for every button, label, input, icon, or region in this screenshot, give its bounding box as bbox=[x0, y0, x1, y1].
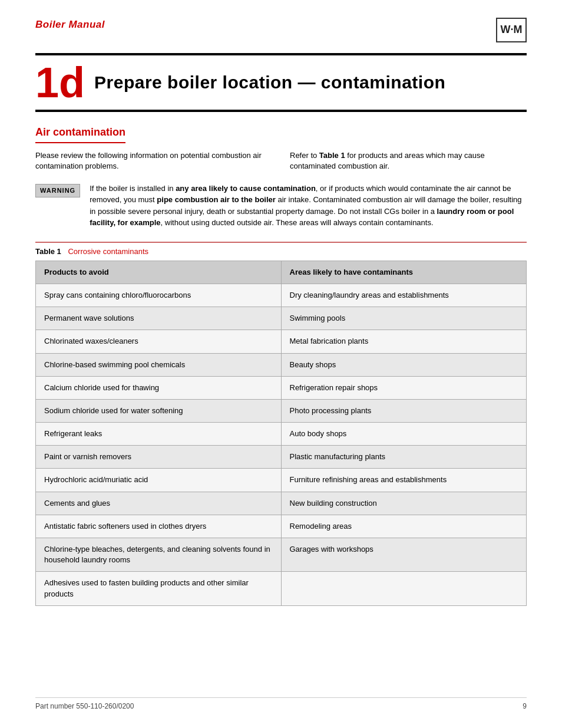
table-label: Table 1 Corrosive contaminants bbox=[35, 242, 527, 257]
table-row: Hydrochloric acid/muriatic acidFurniture… bbox=[36, 469, 527, 492]
areas-cell bbox=[281, 572, 527, 605]
section-title: Prepare boiler location — contamination bbox=[94, 70, 445, 95]
areas-cell: Photo processing plants bbox=[281, 399, 527, 422]
table-title: Corrosive contaminants bbox=[68, 247, 148, 256]
table-row: Chlorine-based swimming pool chemicalsBe… bbox=[36, 353, 527, 376]
table-row: Refrigerant leaksAuto body shops bbox=[36, 423, 527, 446]
intro-right: Refer to Table 1 for products and areas … bbox=[290, 150, 527, 172]
products-cell: Hydrochloric acid/muriatic acid bbox=[36, 469, 282, 492]
section-number: 1d bbox=[35, 61, 85, 104]
subsection-air-contamination: Air contamination Please review the foll… bbox=[35, 125, 527, 606]
products-cell: Chlorinated waxes/cleaners bbox=[36, 330, 282, 353]
products-cell: Chlorine-type bleaches, detergents, and … bbox=[36, 538, 282, 572]
table-row: Antistatic fabric softeners used in clot… bbox=[36, 515, 527, 538]
table-row: Adhesives used to fasten building produc… bbox=[36, 572, 527, 605]
table-row: Spray cans containing chloro/fluorocarbo… bbox=[36, 284, 527, 307]
products-cell: Adhesives used to fasten building produc… bbox=[36, 572, 282, 605]
page: Boiler Manual W·M 1d Prepare boiler loca… bbox=[0, 0, 562, 728]
table-row: Sodium chloride used for water softening… bbox=[36, 399, 527, 422]
table-row: Chlorine-type bleaches, detergents, and … bbox=[36, 538, 527, 572]
areas-cell: Furniture refinishing areas and establis… bbox=[281, 469, 527, 492]
logo-text: W·M bbox=[501, 22, 523, 37]
products-cell: Permanent wave solutions bbox=[36, 307, 282, 330]
table-row: Chlorinated waxes/cleanersMetal fabricat… bbox=[36, 330, 527, 353]
areas-cell: Auto body shops bbox=[281, 423, 527, 446]
intro-left: Please review the following information … bbox=[35, 150, 272, 172]
areas-cell: Dry cleaning/laundry areas and establish… bbox=[281, 284, 527, 307]
table-row: Calcium chloride used for thawingRefrige… bbox=[36, 376, 527, 399]
warning-block: WARNING If the boiler is installed in an… bbox=[35, 183, 527, 229]
contaminants-table: Products to avoid Areas likely to have c… bbox=[35, 261, 527, 606]
warning-badge: WARNING bbox=[35, 184, 80, 197]
areas-cell: Beauty shops bbox=[281, 353, 527, 376]
footer: Part number 550-110-260/0200 9 bbox=[35, 697, 527, 711]
products-cell: Refrigerant leaks bbox=[36, 423, 282, 446]
warning-text: If the boiler is installed in any area l… bbox=[90, 183, 527, 229]
products-cell: Chlorine-based swimming pool chemicals bbox=[36, 353, 282, 376]
logo-box: W·M bbox=[496, 18, 527, 42]
header: Boiler Manual W·M bbox=[35, 18, 527, 42]
areas-cell: Garages with workshops bbox=[281, 538, 527, 572]
products-cell: Calcium chloride used for thawing bbox=[36, 376, 282, 399]
areas-cell: New building construction bbox=[281, 492, 527, 515]
products-cell: Antistatic fabric softeners used in clot… bbox=[36, 515, 282, 538]
intro-text: Please review the following information … bbox=[35, 150, 527, 172]
table-row: Permanent wave solutionsSwimming pools bbox=[36, 307, 527, 330]
areas-cell: Swimming pools bbox=[281, 307, 527, 330]
table-row: Cements and gluesNew building constructi… bbox=[36, 492, 527, 515]
subsection-title: Air contamination bbox=[35, 125, 125, 143]
areas-cell: Metal fabrication plants bbox=[281, 330, 527, 353]
header-title: Boiler Manual bbox=[35, 18, 105, 32]
section-header: 1d Prepare boiler location — contaminati… bbox=[35, 53, 527, 112]
areas-cell: Remodeling areas bbox=[281, 515, 527, 538]
products-cell: Spray cans containing chloro/fluorocarbo… bbox=[36, 284, 282, 307]
areas-cell: Refrigeration repair shops bbox=[281, 376, 527, 399]
col-header-products: Products to avoid bbox=[36, 261, 282, 284]
products-cell: Cements and glues bbox=[36, 492, 282, 515]
col-header-areas: Areas likely to have contaminants bbox=[281, 261, 527, 284]
table-number: Table 1 bbox=[35, 247, 61, 256]
part-number: Part number 550-110-260/0200 bbox=[35, 701, 134, 711]
areas-cell: Plastic manufacturing plants bbox=[281, 446, 527, 469]
page-number: 9 bbox=[523, 701, 527, 711]
products-cell: Sodium chloride used for water softening bbox=[36, 399, 282, 422]
table-row: Paint or varnish removersPlastic manufac… bbox=[36, 446, 527, 469]
products-cell: Paint or varnish removers bbox=[36, 446, 282, 469]
